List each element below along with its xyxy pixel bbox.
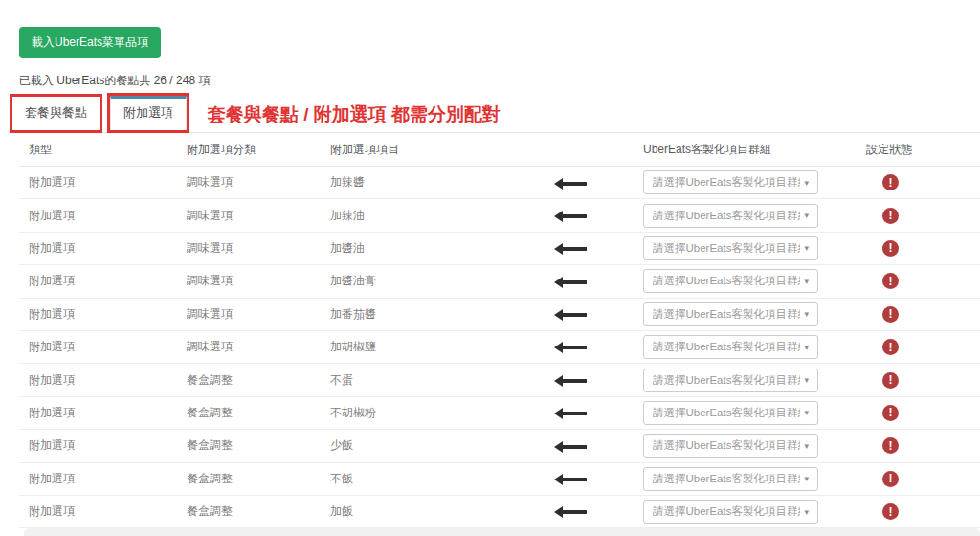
left-arrow-icon	[563, 412, 587, 415]
row-item: 不胡椒粉	[321, 396, 526, 429]
row-type: 附加選項	[19, 232, 177, 264]
row-item: 加醬油	[321, 232, 526, 264]
uber-group-select[interactable]: 請選擇UberEats客製化項目群組 ▾	[643, 335, 818, 359]
row-category: 調味選項	[177, 330, 321, 363]
chevron-down-icon: ▾	[804, 408, 809, 417]
chevron-down-icon: ▾	[804, 277, 809, 286]
row-type: 附加選項	[19, 298, 177, 330]
row-type: 附加選項	[19, 265, 177, 298]
table-row: 附加選項 調味選項 加醬油 請選擇UberEats客製化項目群組 ▾ !	[19, 232, 980, 264]
chevron-down-icon: ▾	[804, 441, 809, 451]
table-header-row: 類型 附加選項分類 附加選項項目 UberEats客製化項目群組 設定狀態	[19, 133, 980, 167]
table-row: 附加選項 調味選項 加醬油膏 請選擇UberEats客製化項目群組 ▾ !	[19, 265, 980, 298]
left-arrow-icon	[563, 280, 587, 284]
left-arrow-icon	[563, 346, 587, 349]
status-error-icon: !	[882, 372, 899, 389]
left-arrow-icon	[563, 478, 587, 481]
table-row: 附加選項 調味選項 加辣醬 請選擇UberEats客製化項目群組 ▾ !	[19, 167, 980, 199]
chevron-down-icon: ▾	[804, 375, 809, 385]
row-item: 不蛋	[321, 364, 526, 396]
row-category: 調味選項	[177, 265, 321, 298]
table-row: 附加選項 餐盒調整 少飯 請選擇UberEats客製化項目群組 ▾ !	[19, 430, 980, 462]
col-header-status: 設定狀態	[835, 133, 980, 167]
row-type: 附加選項	[19, 495, 177, 527]
row-category: 餐盒調整	[177, 495, 321, 527]
row-category: 餐盒調整	[177, 396, 321, 429]
row-type: 附加選項	[19, 167, 177, 199]
table-row: 附加選項 調味選項 加番茄醬 請選擇UberEats客製化項目群組 ▾ !	[19, 298, 980, 330]
uber-group-select[interactable]: 請選擇UberEats客製化項目群組 ▾	[643, 401, 818, 425]
load-ubereats-menu-button[interactable]: 載入UberEats菜單品項	[19, 27, 161, 58]
row-type: 附加選項	[19, 364, 177, 396]
row-category: 餐盒調整	[177, 430, 321, 462]
row-type: 附加選項	[19, 462, 177, 495]
table-row: 附加選項 調味選項 加胡椒鹽 請選擇UberEats客製化項目群組 ▾ !	[19, 330, 980, 363]
row-type: 附加選項	[19, 430, 177, 462]
row-type: 附加選項	[19, 330, 177, 363]
row-category: 調味選項	[177, 167, 321, 199]
status-error-icon: !	[882, 273, 899, 289]
select-placeholder: 請選擇UberEats客製化項目群組	[653, 175, 800, 190]
row-item: 加飯	[321, 495, 526, 527]
table-row: 附加選項 餐盒調整 加飯 請選擇UberEats客製化項目群組 ▾ !	[19, 495, 980, 527]
status-error-icon: !	[882, 405, 899, 421]
tab-bar: 套餐與餐點 附加選項 套餐與餐點 / 附加選項 都需分別配對	[10, 99, 980, 133]
select-placeholder: 請選擇UberEats客製化項目群組	[653, 307, 800, 322]
table-row: 附加選項 餐盒調整 不飯 請選擇UberEats客製化項目群組 ▾ !	[19, 462, 980, 495]
left-arrow-icon	[563, 247, 587, 251]
status-error-icon: !	[882, 174, 899, 190]
chevron-down-icon: ▾	[804, 343, 809, 352]
uber-group-select[interactable]: 請選擇UberEats客製化項目群組 ▾	[643, 500, 818, 524]
row-item: 少飯	[321, 430, 526, 462]
row-category: 調味選項	[177, 199, 321, 232]
uber-group-select[interactable]: 請選擇UberEats客製化項目群組 ▾	[643, 368, 818, 392]
left-arrow-icon	[563, 214, 587, 218]
uber-group-select[interactable]: 請選擇UberEats客製化項目群組 ▾	[643, 434, 818, 458]
uber-group-select[interactable]: 請選擇UberEats客製化項目群組 ▾	[643, 467, 818, 491]
left-arrow-icon	[563, 182, 587, 186]
topbar: 載入UberEats菜單品項	[0, 0, 980, 58]
tab-addon-options[interactable]: 附加選項	[110, 96, 187, 130]
status-error-icon: !	[882, 339, 899, 355]
col-header-uber-group: UberEats客製化項目群組	[634, 133, 835, 167]
row-type: 附加選項	[19, 396, 177, 429]
select-placeholder: 請選擇UberEats客製化項目群組	[653, 438, 800, 453]
row-type: 附加選項	[19, 199, 177, 232]
tab-combo-meals[interactable]: 套餐與餐點	[12, 97, 100, 130]
ubereats-menu-mapping-page: 載入UberEats菜單品項 已載入 UberEats的餐點共 26 / 248…	[0, 0, 980, 536]
left-arrow-icon	[563, 510, 587, 514]
uber-group-select[interactable]: 請選擇UberEats客製化項目群組 ▾	[643, 302, 818, 326]
chevron-down-icon: ▾	[804, 243, 809, 253]
status-error-icon: !	[882, 240, 899, 257]
row-item: 加番茄醬	[321, 298, 526, 330]
col-header-category: 附加選項分類	[177, 133, 321, 167]
select-placeholder: 請選擇UberEats客製化項目群組	[653, 373, 800, 388]
annotation-box-addon-tab: 附加選項	[107, 93, 189, 133]
next-section-edge	[24, 528, 980, 536]
chevron-down-icon: ▾	[804, 178, 809, 188]
annotation-note: 套餐與餐點 / 附加選項 都需分別配對	[208, 102, 501, 127]
col-header-item: 附加選項項目	[321, 133, 526, 167]
select-placeholder: 請選擇UberEats客製化項目群組	[653, 209, 800, 223]
table-row: 附加選項 餐盒調整 不胡椒粉 請選擇UberEats客製化項目群組 ▾ !	[19, 396, 980, 429]
select-placeholder: 請選擇UberEats客製化項目群組	[653, 274, 800, 288]
uber-group-select[interactable]: 請選擇UberEats客製化項目群組 ▾	[643, 204, 818, 228]
row-item: 加醬油膏	[321, 265, 526, 298]
row-item: 加辣醬	[321, 167, 526, 199]
uber-group-select[interactable]: 請選擇UberEats客製化項目群組 ▾	[643, 170, 818, 194]
left-arrow-icon	[563, 379, 587, 383]
select-placeholder: 請選擇UberEats客製化項目群組	[653, 406, 800, 420]
table-row: 附加選項 調味選項 加辣油 請選擇UberEats客製化項目群組 ▾ !	[19, 199, 980, 232]
select-placeholder: 請選擇UberEats客製化項目群組	[653, 340, 800, 354]
row-category: 調味選項	[177, 232, 321, 264]
uber-group-select[interactable]: 請選擇UberEats客製化項目群組 ▾	[643, 236, 818, 260]
row-item: 加辣油	[321, 199, 526, 232]
row-item: 加胡椒鹽	[321, 330, 526, 363]
uber-group-select[interactable]: 請選擇UberEats客製化項目群組 ▾	[643, 269, 818, 293]
table-row: 附加選項 餐盒調整 不蛋 請選擇UberEats客製化項目群組 ▾ !	[19, 364, 980, 396]
addon-mapping-table: 類型 附加選項分類 附加選項項目 UberEats客製化項目群組 設定狀態 附加…	[19, 133, 980, 536]
status-error-icon: !	[882, 306, 899, 323]
status-error-icon: !	[882, 503, 899, 520]
status-error-icon: !	[882, 471, 899, 487]
loaded-items-status: 已載入 UberEats的餐點共 26 / 248 項	[19, 73, 980, 89]
